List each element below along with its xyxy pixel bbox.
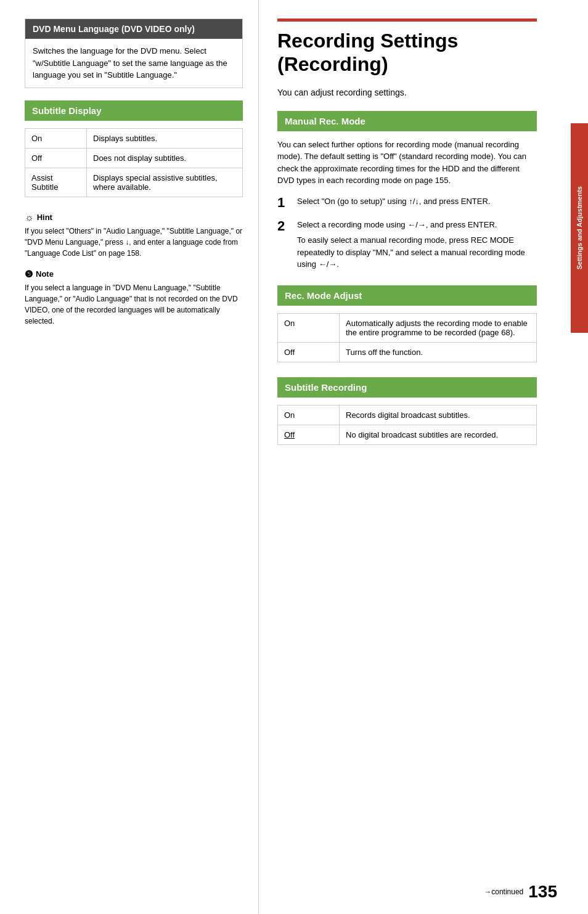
subtitle-display-title: Subtitle Display bbox=[32, 105, 102, 116]
table-cell-option: On bbox=[25, 128, 87, 148]
hint-block: ☼ Hint If you select "Others" in "Audio … bbox=[25, 212, 243, 259]
subtitle-display-header: Subtitle Display bbox=[25, 100, 243, 121]
table-row: Off No digital broadcast subtitles are r… bbox=[278, 425, 537, 444]
hint-text: If you select "Others" in "Audio Languag… bbox=[25, 226, 243, 259]
table-row: Off Turns off the function. bbox=[278, 342, 537, 362]
table-cell-option: Off bbox=[278, 425, 340, 444]
sr-option-off: Off bbox=[284, 430, 295, 439]
table-cell-desc: Displays subtitles. bbox=[87, 128, 243, 148]
step-content-2: Select a recording mode using ←/→, and p… bbox=[297, 219, 537, 271]
subtitle-recording-table: On Records digital broadcast subtitles. … bbox=[277, 405, 537, 445]
rec-mode-adjust-header: Rec. Mode Adjust bbox=[277, 285, 537, 306]
table-cell-desc: Does not display subtitles. bbox=[87, 148, 243, 168]
option-on: On bbox=[31, 134, 42, 143]
note-icon: ❺ bbox=[25, 269, 33, 280]
table-cell-option: Off bbox=[278, 342, 340, 362]
right-column: Recording Settings (Recording) You can a… bbox=[259, 0, 571, 914]
sr-desc-off: No digital broadcast subtitles are recor… bbox=[346, 430, 498, 439]
step-text-2a: Select a recording mode using ←/→, and p… bbox=[297, 219, 537, 231]
note-block: ❺ Note If you select a language in "DVD … bbox=[25, 269, 243, 327]
rma-option-off: Off bbox=[284, 348, 295, 357]
side-tab: Settings and Adjustments bbox=[571, 123, 588, 333]
table-cell-option: On bbox=[278, 313, 340, 342]
table-row: On Displays subtitles. bbox=[25, 128, 243, 148]
note-label: Note bbox=[36, 269, 54, 279]
sr-option-on: On bbox=[284, 410, 295, 420]
manual-rec-mode-header: Manual Rec. Mode bbox=[277, 111, 537, 131]
rec-mode-adjust-table: On Automatically adjusts the recording m… bbox=[277, 313, 537, 362]
option-assist: Assist Subtitle bbox=[31, 173, 58, 192]
note-title: ❺ Note bbox=[25, 269, 243, 280]
rma-desc-off: Turns off the function. bbox=[346, 348, 423, 357]
table-cell-option: Off bbox=[25, 148, 87, 168]
table-cell-option: On bbox=[278, 405, 340, 425]
sr-desc-on: Records digital broadcast subtitles. bbox=[346, 410, 470, 420]
note-text: If you select a language in "DVD Menu La… bbox=[25, 282, 243, 327]
option-off: Off bbox=[31, 153, 42, 163]
manual-rec-mode-section: Manual Rec. Mode You can select further … bbox=[277, 111, 537, 271]
manual-rec-title: Manual Rec. Mode bbox=[285, 116, 365, 126]
table-cell-desc: No digital broadcast subtitles are recor… bbox=[340, 425, 537, 444]
subtitle-display-table: On Displays subtitles. Off Does not disp… bbox=[25, 128, 243, 197]
desc-off: Does not display subtitles. bbox=[93, 153, 186, 163]
desc-assist: Displays special assistive subtitles, wh… bbox=[93, 173, 218, 192]
hint-title: ☼ Hint bbox=[25, 212, 243, 223]
dvd-menu-language-section: DVD Menu Language (DVD VIDEO only) Switc… bbox=[25, 18, 243, 88]
dvd-section-body: Switches the language for the DVD menu. … bbox=[25, 39, 242, 88]
footer-page-number: 135 bbox=[528, 882, 557, 902]
footer-continued: →continued bbox=[484, 887, 523, 896]
main-heading: Recording Settings (Recording) bbox=[277, 18, 537, 76]
left-column: DVD Menu Language (DVD VIDEO only) Switc… bbox=[0, 0, 259, 914]
step-number-1: 1 bbox=[277, 195, 291, 210]
table-row: On Automatically adjusts the recording m… bbox=[278, 313, 537, 342]
step-text-2b: To easily select a manual recording mode… bbox=[297, 234, 537, 271]
rma-desc-on: Automatically adjusts the recording mode… bbox=[346, 319, 528, 337]
subtitle-display-section: Subtitle Display On Displays subtitles. … bbox=[25, 100, 243, 197]
subtitle-recording-title: Subtitle Recording bbox=[285, 382, 367, 393]
page-footer: →continued 135 bbox=[484, 882, 557, 902]
dvd-section-header: DVD Menu Language (DVD VIDEO only) bbox=[25, 19, 242, 39]
dvd-section-title: DVD Menu Language (DVD VIDEO only) bbox=[33, 24, 195, 34]
side-tab-text: Settings and Adjustments bbox=[575, 186, 584, 269]
table-row: Assist Subtitle Displays special assisti… bbox=[25, 168, 243, 197]
dvd-section-text: Switches the language for the DVD menu. … bbox=[33, 45, 235, 81]
table-cell-desc: Records digital broadcast subtitles. bbox=[340, 405, 537, 425]
table-cell-desc: Automatically adjusts the recording mode… bbox=[340, 313, 537, 342]
table-cell-desc: Turns off the function. bbox=[340, 342, 537, 362]
step-content-1: Select "On (go to setup)" using ↑/↓, and… bbox=[297, 195, 537, 208]
hint-icon: ☼ bbox=[25, 212, 34, 223]
table-cell-desc: Displays special assistive subtitles, wh… bbox=[87, 168, 243, 197]
manual-rec-body: You can select further options for recor… bbox=[277, 139, 537, 187]
rec-mode-adjust-section: Rec. Mode Adjust On Automatically adjust… bbox=[277, 285, 537, 362]
table-row: Off Does not display subtitles. bbox=[25, 148, 243, 168]
rma-option-on: On bbox=[284, 319, 295, 328]
page-container: DVD Menu Language (DVD VIDEO only) Switc… bbox=[0, 0, 588, 914]
rec-mode-adjust-title: Rec. Mode Adjust bbox=[285, 290, 362, 301]
step-number-2: 2 bbox=[277, 219, 291, 234]
step-text-1: Select "On (go to setup)" using ↑/↓, and… bbox=[297, 197, 490, 206]
subtitle-recording-header: Subtitle Recording bbox=[277, 377, 537, 398]
hint-label: Hint bbox=[37, 213, 52, 222]
table-cell-option: Assist Subtitle bbox=[25, 168, 87, 197]
step-2: 2 Select a recording mode using ←/→, and… bbox=[277, 219, 537, 271]
desc-on: Displays subtitles. bbox=[93, 134, 157, 143]
step-1: 1 Select "On (go to setup)" using ↑/↓, a… bbox=[277, 195, 537, 210]
subtitle-recording-section: Subtitle Recording On Records digital br… bbox=[277, 377, 537, 445]
table-row: On Records digital broadcast subtitles. bbox=[278, 405, 537, 425]
main-intro: You can adjust recording settings. bbox=[277, 88, 537, 97]
